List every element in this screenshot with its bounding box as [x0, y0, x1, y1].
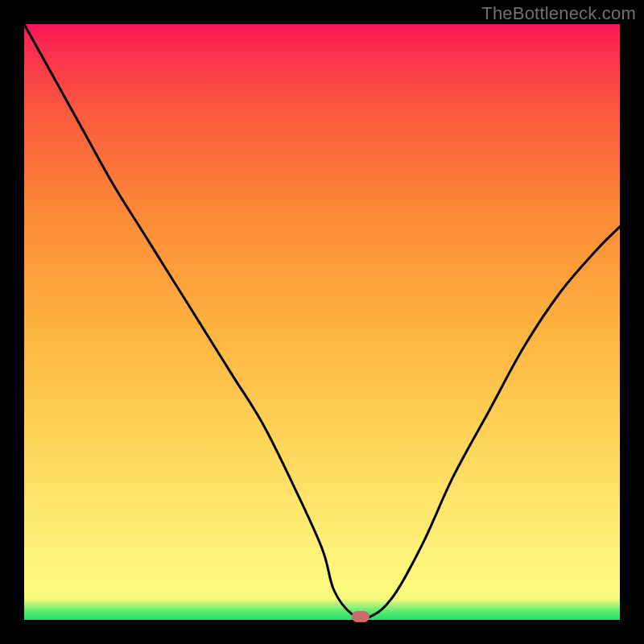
bottleneck-curve [24, 24, 620, 620]
plot-area [24, 24, 620, 620]
chart-frame: TheBottleneck.com [0, 0, 644, 644]
minimum-marker [352, 611, 369, 622]
watermark-text: TheBottleneck.com [481, 3, 636, 24]
